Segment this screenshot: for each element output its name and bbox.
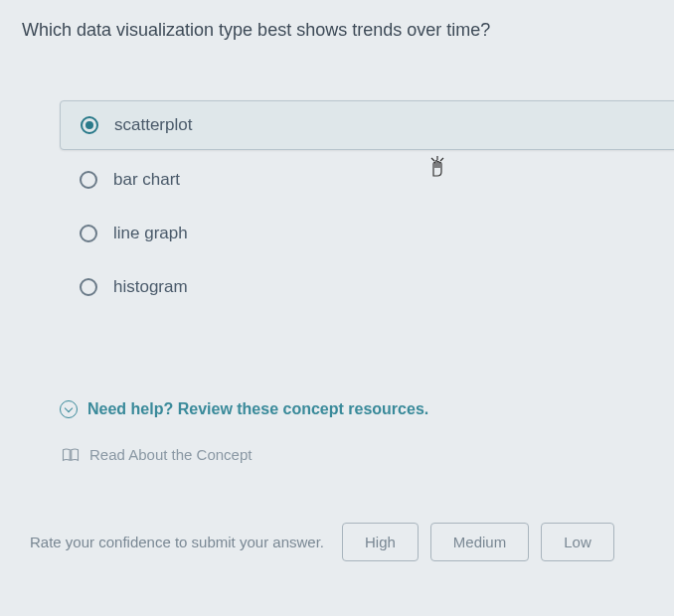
option-histogram[interactable]: histogram	[60, 263, 674, 311]
option-label: line graph	[113, 224, 188, 243]
question-text: Which data visualization type best shows…	[20, 20, 674, 41]
read-concept-link[interactable]: Read About the Concept	[60, 446, 674, 463]
option-bar-chart[interactable]: bar chart	[60, 156, 674, 204]
option-scatterplot[interactable]: scatterplot	[60, 100, 674, 150]
option-line-graph[interactable]: line graph	[60, 210, 674, 257]
help-section: Need help? Review these concept resource…	[20, 400, 674, 463]
book-icon	[62, 448, 80, 462]
options-group: scatterplot bar chart line graph histogr…	[20, 100, 674, 311]
radio-icon	[80, 225, 97, 242]
chevron-down-icon	[60, 400, 78, 418]
confidence-section: Rate your confidence to submit your answ…	[20, 523, 674, 561]
confidence-medium-button[interactable]: Medium	[430, 523, 529, 561]
resource-link-text: Read About the Concept	[89, 446, 252, 463]
radio-icon	[81, 116, 98, 134]
confidence-label: Rate your confidence to submit your answ…	[30, 534, 324, 550]
option-label: scatterplot	[114, 115, 192, 135]
option-label: histogram	[113, 277, 188, 297]
radio-icon	[80, 278, 97, 296]
confidence-high-button[interactable]: High	[342, 523, 419, 561]
help-toggle[interactable]: Need help? Review these concept resource…	[60, 400, 674, 418]
radio-icon	[80, 171, 97, 189]
help-header-text: Need help? Review these concept resource…	[87, 400, 428, 418]
option-label: bar chart	[113, 170, 180, 190]
confidence-low-button[interactable]: Low	[541, 523, 614, 561]
